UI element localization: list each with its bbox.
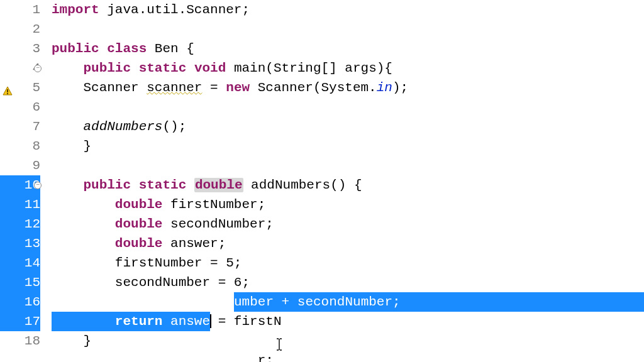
svg-rect-1 xyxy=(7,89,8,92)
line-number: 8 xyxy=(0,136,40,156)
code-line[interactable]: answer = firstN umber + secondNumber; xyxy=(49,292,644,312)
line-number: 10− xyxy=(0,175,40,195)
line-number: 13 xyxy=(0,234,40,253)
code-area[interactable]: import java.util.Scanner; public class B… xyxy=(49,0,644,362)
code-line[interactable]: double firstNumber; xyxy=(49,195,644,214)
code-line[interactable]: firstNumber = 5; xyxy=(49,253,644,273)
line-number-gutter: 1 2 3 4− 5 6 7 8 9 10− 11 12 13 14 15 16… xyxy=(0,0,49,362)
code-line[interactable]: } xyxy=(49,136,644,156)
line-number: 3 xyxy=(0,39,40,58)
line-number: 12 xyxy=(0,214,40,234)
line-number: 17 xyxy=(0,312,40,331)
fold-toggle-icon[interactable]: − xyxy=(34,65,42,72)
code-line[interactable]: public static void main(String[] args){ xyxy=(49,58,644,78)
line-number: 5 xyxy=(0,78,40,97)
line-number: 4− xyxy=(0,58,40,78)
line-number: 6 xyxy=(0,97,40,117)
svg-rect-2 xyxy=(7,93,8,94)
fold-toggle-icon[interactable]: − xyxy=(34,182,42,189)
code-line[interactable]: import java.util.Scanner; xyxy=(49,0,644,19)
code-line[interactable]: return answe return answer; xyxy=(49,312,644,331)
line-number: 18 xyxy=(0,331,40,351)
line-number: 9 xyxy=(0,156,40,175)
line-number: 1 xyxy=(0,0,40,19)
text-cursor xyxy=(210,314,211,328)
code-line[interactable]: } xyxy=(49,331,644,351)
code-line[interactable]: addNumbers(); xyxy=(49,117,644,136)
line-number: 11 xyxy=(0,195,40,214)
line-number: 14 xyxy=(0,253,40,273)
line-number: 7 xyxy=(0,117,40,136)
text-selection: umber + secondNumber; xyxy=(234,292,644,312)
ibeam-cursor-icon xyxy=(213,318,219,331)
line-number: 16 xyxy=(0,292,40,312)
code-line[interactable] xyxy=(49,97,644,117)
line-number: 2 xyxy=(0,19,40,39)
code-editor[interactable]: 1 2 3 4− 5 6 7 8 9 10− 11 12 13 14 15 16… xyxy=(0,0,644,362)
code-line[interactable]: public class Ben { xyxy=(49,39,644,58)
code-line[interactable] xyxy=(49,19,644,39)
line-number: 15 xyxy=(0,273,40,292)
warning-icon[interactable] xyxy=(3,83,13,93)
code-line[interactable] xyxy=(49,156,644,175)
text-selection: return answe xyxy=(52,312,210,331)
code-line[interactable]: public static double addNumbers() { xyxy=(49,175,644,195)
code-line[interactable]: secondNumber = 6; xyxy=(49,273,644,292)
code-line[interactable]: double answer; xyxy=(49,234,644,253)
code-line[interactable]: double secondNumber; xyxy=(49,214,644,234)
code-line[interactable]: Scanner scanner = new Scanner(System.in)… xyxy=(49,78,644,97)
